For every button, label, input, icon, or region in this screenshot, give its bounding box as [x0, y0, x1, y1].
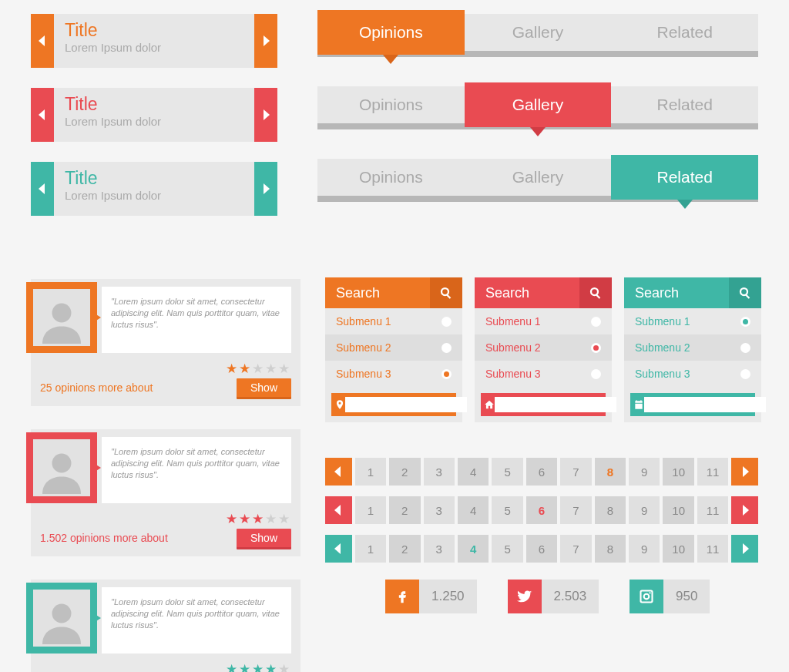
page-number[interactable]: 7: [560, 458, 591, 486]
twitter-icon[interactable]: [508, 580, 542, 613]
page-next[interactable]: [731, 496, 758, 524]
tab-opinions[interactable]: Opinions: [317, 159, 465, 196]
submenu-item[interactable]: Submenu 1: [475, 308, 612, 334]
page-number[interactable]: 2: [389, 535, 420, 563]
search-panel: Search Submenu 1Submenu 2Submenu 3: [624, 277, 761, 422]
page-number[interactable]: 8: [595, 458, 626, 486]
next-arrow[interactable]: [254, 14, 277, 68]
instagram-icon[interactable]: [630, 580, 663, 613]
page-number[interactable]: 9: [629, 496, 660, 524]
page-number[interactable]: 10: [663, 535, 693, 563]
radio-dot[interactable]: [591, 369, 601, 379]
page-number[interactable]: 1: [355, 535, 386, 563]
submenu-item[interactable]: Submenu 1: [624, 308, 761, 334]
search-bar: [331, 393, 456, 416]
page-number[interactable]: 8: [595, 535, 626, 563]
page-number[interactable]: 3: [424, 535, 455, 563]
page-number[interactable]: 3: [424, 458, 455, 486]
next-arrow[interactable]: [254, 88, 277, 142]
tab-opinions[interactable]: Opinions: [317, 86, 465, 123]
page-number[interactable]: 4: [458, 496, 489, 524]
page-number[interactable]: 7: [560, 496, 591, 524]
radio-dot[interactable]: [591, 343, 601, 353]
page-number[interactable]: 4: [458, 535, 489, 563]
facebook-icon[interactable]: [385, 580, 419, 613]
svg-point-5: [591, 288, 598, 295]
home-icon: [484, 396, 495, 413]
tab-gallery[interactable]: Gallery: [465, 14, 612, 51]
page-number[interactable]: 9: [629, 458, 660, 486]
search-title: Search: [475, 277, 579, 308]
page-number[interactable]: 9: [629, 535, 660, 563]
tab-gallery[interactable]: Gallery: [465, 82, 612, 127]
submenu-item[interactable]: Submenu 2: [624, 334, 761, 361]
svg-point-3: [442, 288, 448, 295]
show-button[interactable]: Show: [237, 529, 291, 547]
tab-gallery[interactable]: Gallery: [465, 159, 612, 196]
page-number[interactable]: 8: [595, 496, 626, 524]
page-number[interactable]: 11: [697, 535, 728, 563]
search-input[interactable]: [345, 397, 467, 412]
page-number[interactable]: 4: [458, 458, 489, 486]
page-number[interactable]: 10: [663, 458, 693, 486]
slider-subtitle: Lorem Ipsum dolor: [65, 189, 243, 202]
submenu-item[interactable]: Submenu 1: [325, 308, 462, 334]
search-title: Search: [325, 277, 430, 308]
page-prev[interactable]: [325, 458, 352, 486]
page-number[interactable]: 2: [389, 458, 420, 486]
page-next[interactable]: [731, 535, 758, 563]
next-arrow[interactable]: [254, 162, 277, 216]
page-number[interactable]: 5: [492, 496, 522, 524]
tab-opinions[interactable]: Opinions: [317, 10, 465, 55]
page-number[interactable]: 6: [526, 535, 557, 563]
search-icon[interactable]: [729, 277, 761, 308]
slider-title: Title: [65, 20, 243, 41]
tab-related[interactable]: Related: [611, 86, 758, 123]
submenu-item[interactable]: Submenu 3: [325, 361, 462, 387]
tab-bar: OpinionsGalleryRelated: [317, 14, 758, 63]
radio-dot[interactable]: [442, 369, 452, 379]
page-number[interactable]: 6: [526, 496, 557, 524]
search-input[interactable]: [644, 397, 766, 412]
page-prev[interactable]: [325, 535, 352, 563]
tab-related[interactable]: Related: [611, 155, 758, 200]
submenu-item[interactable]: Submenu 3: [624, 361, 761, 387]
tab-related[interactable]: Related: [611, 14, 758, 51]
slider-body: Title Lorem Ipsum dolor: [54, 14, 254, 68]
page-number[interactable]: 1: [355, 458, 386, 486]
opinion-card: "Lorem ipsum dolor sit amet, consectetur…: [31, 279, 300, 406]
prev-arrow[interactable]: [31, 162, 54, 216]
page-number[interactable]: 1: [355, 496, 386, 524]
show-button[interactable]: Show: [237, 378, 291, 397]
radio-dot[interactable]: [591, 317, 601, 327]
search-panel: Search Submenu 1Submenu 2Submenu 3: [325, 277, 462, 422]
radio-dot[interactable]: [740, 317, 750, 327]
page-number[interactable]: 10: [663, 496, 693, 524]
page-number[interactable]: 11: [697, 496, 728, 524]
page-number[interactable]: 5: [492, 535, 522, 563]
search-icon[interactable]: [579, 277, 612, 308]
search-input[interactable]: [495, 397, 616, 412]
prev-arrow[interactable]: [31, 14, 54, 68]
submenu-item[interactable]: Submenu 2: [325, 334, 462, 361]
page-number[interactable]: 5: [492, 458, 522, 486]
search-icon[interactable]: [430, 277, 462, 308]
submenu-item[interactable]: Submenu 3: [475, 361, 612, 387]
radio-dot[interactable]: [442, 317, 452, 327]
search-panel: Search Submenu 1Submenu 2Submenu 3: [475, 277, 612, 422]
page-number[interactable]: 7: [560, 535, 591, 563]
page-prev[interactable]: [325, 496, 352, 524]
page-number[interactable]: 3: [424, 496, 455, 524]
radio-dot[interactable]: [442, 343, 452, 353]
page-next[interactable]: [731, 458, 758, 486]
radio-dot[interactable]: [740, 369, 750, 379]
avatar: [26, 432, 97, 503]
social-counters: 1.250 2.503 950: [385, 580, 710, 613]
page-number[interactable]: 11: [697, 458, 728, 486]
svg-rect-6: [596, 294, 600, 299]
submenu-item[interactable]: Submenu 2: [475, 334, 612, 361]
page-number[interactable]: 2: [389, 496, 420, 524]
page-number[interactable]: 6: [526, 458, 557, 486]
radio-dot[interactable]: [740, 343, 750, 353]
prev-arrow[interactable]: [31, 88, 54, 142]
